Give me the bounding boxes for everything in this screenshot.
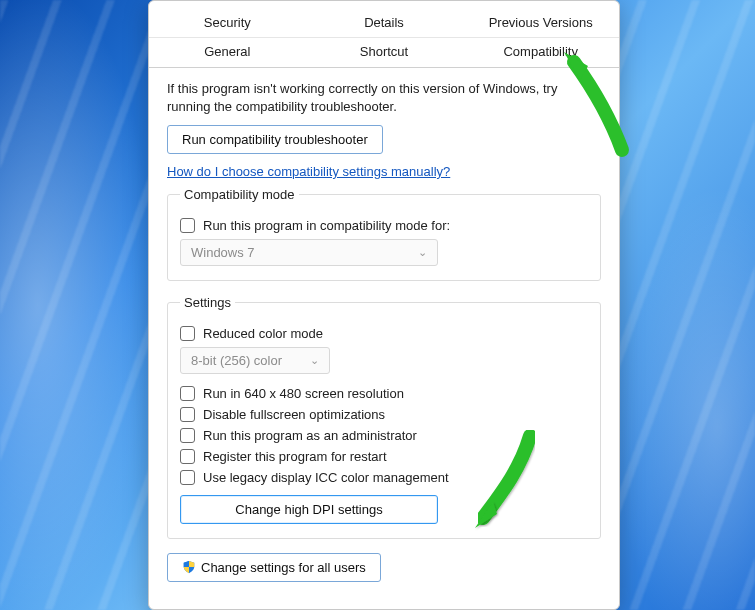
reduced-color-checkbox[interactable] <box>180 326 195 341</box>
settings-legend: Settings <box>180 295 235 310</box>
run-admin-label: Run this program as an administrator <box>203 428 417 443</box>
change-all-users-button[interactable]: Change settings for all users <box>167 553 381 582</box>
tab-content: If this program isn't working correctly … <box>149 68 619 596</box>
tab-security[interactable]: Security <box>149 9 306 37</box>
chevron-down-icon: ⌄ <box>310 354 319 367</box>
disable-fullscreen-checkbox[interactable] <box>180 407 195 422</box>
tab-general[interactable]: General <box>149 37 306 67</box>
color-mode-value: 8-bit (256) color <box>191 353 282 368</box>
run-admin-checkbox[interactable] <box>180 428 195 443</box>
shield-icon <box>182 560 196 574</box>
chevron-down-icon: ⌄ <box>418 246 427 259</box>
tab-details[interactable]: Details <box>306 9 463 37</box>
tab-shortcut[interactable]: Shortcut <box>306 37 463 67</box>
disable-fullscreen-label: Disable fullscreen optimizations <box>203 407 385 422</box>
run-troubleshooter-button[interactable]: Run compatibility troubleshooter <box>167 125 383 154</box>
compat-os-select[interactable]: Windows 7 ⌄ <box>180 239 438 266</box>
run-640-label: Run in 640 x 480 screen resolution <box>203 386 404 401</box>
change-all-users-label: Change settings for all users <box>201 560 366 575</box>
tabstrip: Security Details Previous Versions Gener… <box>149 1 619 68</box>
compat-os-value: Windows 7 <box>191 245 255 260</box>
legacy-icc-label: Use legacy display ICC color management <box>203 470 449 485</box>
run-640-checkbox[interactable] <box>180 386 195 401</box>
compat-mode-label: Run this program in compatibility mode f… <box>203 218 450 233</box>
compat-mode-checkbox[interactable] <box>180 218 195 233</box>
help-link[interactable]: How do I choose compatibility settings m… <box>167 164 450 179</box>
legacy-icc-checkbox[interactable] <box>180 470 195 485</box>
intro-text: If this program isn't working correctly … <box>167 80 601 115</box>
compatibility-mode-legend: Compatibility mode <box>180 187 299 202</box>
compatibility-mode-group: Compatibility mode Run this program in c… <box>167 187 601 281</box>
reduced-color-label: Reduced color mode <box>203 326 323 341</box>
tab-previous-versions[interactable]: Previous Versions <box>462 9 619 37</box>
register-restart-checkbox[interactable] <box>180 449 195 464</box>
settings-group: Settings Reduced color mode 8-bit (256) … <box>167 295 601 539</box>
properties-dialog: Security Details Previous Versions Gener… <box>148 0 620 610</box>
tab-compatibility[interactable]: Compatibility <box>462 37 619 67</box>
register-restart-label: Register this program for restart <box>203 449 387 464</box>
color-mode-select[interactable]: 8-bit (256) color ⌄ <box>180 347 330 374</box>
change-dpi-settings-button[interactable]: Change high DPI settings <box>180 495 438 524</box>
